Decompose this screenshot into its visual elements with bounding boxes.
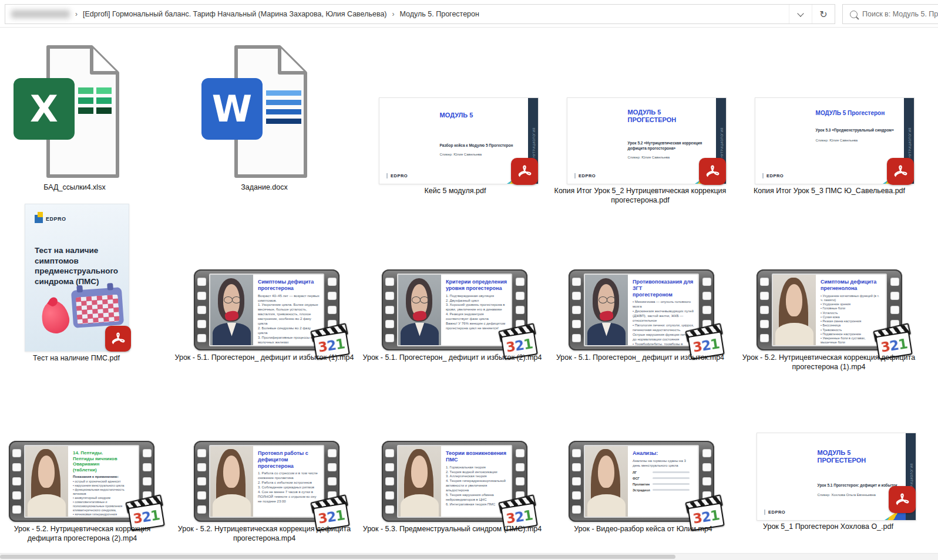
file-name[interactable]: Урок - 5.2. Нутрицевтическая коррекция д…: [173, 524, 355, 544]
address-dropdown-button[interactable]: [789, 5, 812, 23]
slide-subtitle: Урок 5.1 Прогестерон: дефицит и избыток: [818, 483, 897, 488]
pdf-acrobat-icon: [887, 158, 914, 185]
edpro-logo-icon: [35, 215, 43, 223]
video-thumbnail[interactable]: Анализы: Анализы на гормоны сданы на 3 д…: [569, 441, 714, 522]
speaker-photo: [398, 446, 441, 517]
video-thumbnail[interactable]: Критерии определения уровня прогестерона…: [382, 269, 527, 350]
speaker-photo: [398, 275, 441, 345]
film-sprocket-holes: [382, 441, 397, 522]
poster-title: Тест на наличие симптомов предменструаль…: [35, 245, 118, 286]
slide-subtitle: Урок 5.3 «Предменструальный синдром»: [816, 127, 894, 133]
file-name[interactable]: Задание.docx: [200, 183, 329, 192]
video-frame: Симптомы дефицита прегненолона • Ухудшен…: [772, 274, 887, 346]
slide-title: МОДУЛЬ 5 ПРОГЕСТЕРОН: [628, 109, 677, 125]
slide-heading: Теории возникновения ПМС: [446, 450, 507, 463]
video-thumbnail[interactable]: Симптомы дефицита прегненолона • Ухудшен…: [757, 269, 902, 350]
slide-speaker: Спикер: Юлия Савельева: [628, 156, 670, 159]
blood-drop-illustration: [39, 298, 72, 336]
slide-subtitle: Урок 5.2 «Нутрицевтическая коррекция деф…: [628, 140, 702, 151]
video-frame: Симптомы дефицита прогестерона Возраст 4…: [209, 274, 324, 346]
pdf-acrobat-icon: [511, 158, 538, 185]
video-thumbnail[interactable]: Протокол работы с дефицитом прогестерона…: [194, 441, 339, 522]
file-name[interactable]: Урок - Видео-разбор кейса от Юлии.mp4: [549, 524, 737, 534]
excel-sheet-lines-icon: [78, 87, 112, 117]
search-box[interactable]: Поиск в: Модуль 5. Пр: [842, 4, 938, 24]
word-app-icon: W: [201, 78, 263, 140]
slide-body: • острый и хронический аднексит • наруше…: [73, 480, 135, 517]
file-name[interactable]: Кейс 5 модуля.pdf: [373, 186, 537, 195]
video-frame: Протокол работы с дефицитом прогестерона…: [209, 445, 324, 518]
video-thumbnail[interactable]: Противопоказания для ЗГТ прогестероном •…: [569, 269, 714, 350]
file-name[interactable]: Урок - 5.2. Нутрицевтическая коррекция д…: [736, 353, 922, 372]
scrollbar-thumb[interactable]: [0, 555, 675, 559]
edpro-logo: EDPRO: [764, 510, 785, 515]
film-sprocket-holes: [382, 269, 397, 350]
file-name[interactable]: Урок - 5.3. Предменструальный синдром (П…: [361, 524, 543, 534]
pdf-thumbnail[interactable]: МОДУЛЬ 5 ПРОГЕСТЕРОН Урок 5.2 «Нутрицевт…: [567, 97, 727, 184]
slide-subtitle: Разбор кейса к Модулю 5 Прогестерон: [440, 143, 513, 148]
speaker-photo: [210, 446, 253, 517]
slide-speaker: Спикер: Юлия Савельева: [816, 139, 858, 142]
slide-heading: Противопоказания для ЗГТ прогестероном: [633, 279, 694, 298]
video-thumbnail[interactable]: Теории возникновения ПМС 1. Гормональная…: [382, 441, 527, 522]
breadcrumb-item-course[interactable]: [Edprofi] Гормональный баланс. Тариф Нач…: [83, 10, 387, 18]
chevron-down-icon: [797, 10, 803, 16]
breadcrumb-item-blurred[interactable]: [11, 10, 70, 18]
file-name[interactable]: Урок - 5.1. Прогестерон_ дефицит и избыт…: [361, 353, 543, 362]
breadcrumb-separator-icon: ›: [392, 10, 395, 18]
slide-heading: Симптомы дефицита прогестерона: [258, 279, 320, 292]
slide-body: 1. Работа со стрессом и в том числе сниж…: [258, 471, 320, 504]
horizontal-scrollbar[interactable]: [0, 553, 938, 560]
slide-heading: Анализы:: [633, 450, 694, 457]
edpro-logo: EDPRO: [35, 215, 66, 223]
file-icon-xlsx[interactable]: X: [28, 45, 121, 178]
word-text-lines-icon: [266, 90, 300, 128]
pdf-thumbnail[interactable]: МОДУЛЬ 5 ПРОГЕСТЕРОН Урок 5.1 Прогестеро…: [757, 433, 916, 521]
breadcrumb-item-module[interactable]: Модуль 5. Прогестерон: [400, 10, 479, 18]
speaker-photo: [585, 446, 628, 517]
pdf-thumbnail[interactable]: МОДУЛЬ 5 Разбор кейса к Модулю 5 Прогест…: [379, 97, 539, 184]
file-name[interactable]: Копия Итог Урок 5_3 ПМС Ю_Савельева.pdf: [735, 186, 923, 195]
file-name[interactable]: Копия Итог Урок 5_2 Нутрицевтическая кор…: [552, 186, 728, 205]
calendar-illustration: [71, 287, 124, 328]
slide-heading: Критерии определения уровня прогестерона: [446, 279, 507, 292]
address-bar[interactable]: › [Edprofi] Гормональный баланс. Тариф Н…: [5, 4, 835, 24]
explorer-toolbar: › [Edprofi] Гормональный баланс. Тариф Н…: [0, 0, 938, 28]
file-name[interactable]: Урок 5_1 Прогестерон Хохлова О_.pdf: [740, 522, 916, 531]
pdf-thumbnail[interactable]: МОДУЛЬ 5 Прогестерон Урок 5.3 «Предменст…: [755, 97, 915, 184]
film-sprocket-holes: [194, 269, 209, 350]
slide-speaker: Спикер: Хохлова Ольга Евгеньевна: [818, 493, 876, 497]
film-sprocket-holes: [569, 269, 584, 350]
file-name[interactable]: Урок - 5.1. Прогестерон_ дефицит и избыт…: [173, 353, 355, 362]
breadcrumb-separator-icon: ›: [75, 10, 78, 18]
file-name[interactable]: БАД_ссылки4.xlsx: [10, 183, 139, 192]
video-frame: 14. Пептиды. Пептиды яичников Овариамин …: [24, 445, 139, 518]
speaker-photo: [25, 446, 68, 517]
edpro-logo: EDPRO: [386, 173, 408, 178]
video-thumbnail[interactable]: 14. Пептиды. Пептиды яичников Овариамин …: [9, 441, 154, 522]
search-placeholder: Поиск в: Модуль 5. Пр: [862, 10, 938, 18]
lab-results-table: ЛГ ФСГ Пролактин Эстрадиол: [633, 471, 694, 492]
file-icon-docx[interactable]: W: [216, 45, 309, 178]
speaker-photo: [585, 275, 628, 345]
pdf-acrobat-icon: [699, 158, 726, 185]
slide-subheading: Показания к применению:: [73, 475, 135, 478]
video-frame: Анализы: Анализы на гормоны сданы на 3 д…: [584, 445, 699, 518]
pdf-thumbnail[interactable]: EDPRO Тест на наличие симптомов предменс…: [25, 204, 129, 352]
slide-body: • Ухудшение когнитивных функций (в т. ч.…: [821, 294, 882, 345]
file-name[interactable]: Урок - 5.2. Нутрицевтическая коррекция д…: [0, 524, 164, 544]
video-thumbnail[interactable]: Симптомы дефицита прогестерона Возраст 4…: [194, 269, 339, 350]
refresh-button[interactable]: ↻: [812, 5, 835, 23]
slide-title: МОДУЛЬ 5 Прогестерон: [816, 110, 885, 117]
slide-body: 1. Подтвержденная овуляция 2. Двухфазный…: [446, 294, 507, 331]
film-sprocket-holes: [569, 441, 584, 522]
slide-heading: 14. Пептиды. Пептиды яичников Овариамин …: [73, 450, 135, 473]
video-frame: Теории возникновения ПМС 1. Гормональная…: [397, 445, 512, 518]
slide-speaker: Спикер: Юлия Савельева: [440, 153, 482, 156]
edpro-logo: EDPRO: [762, 173, 784, 178]
speaker-photo: [210, 275, 253, 345]
slide-body: • Менингиома — опухоль головного мозга •…: [633, 300, 694, 345]
slide-title: МОДУЛЬ 5: [440, 112, 473, 120]
file-name[interactable]: Тест на наличие ПМС.pdf: [0, 353, 153, 363]
file-name[interactable]: Урок - 5.1. Прогестерон_ дефицит и избыт…: [549, 353, 731, 362]
